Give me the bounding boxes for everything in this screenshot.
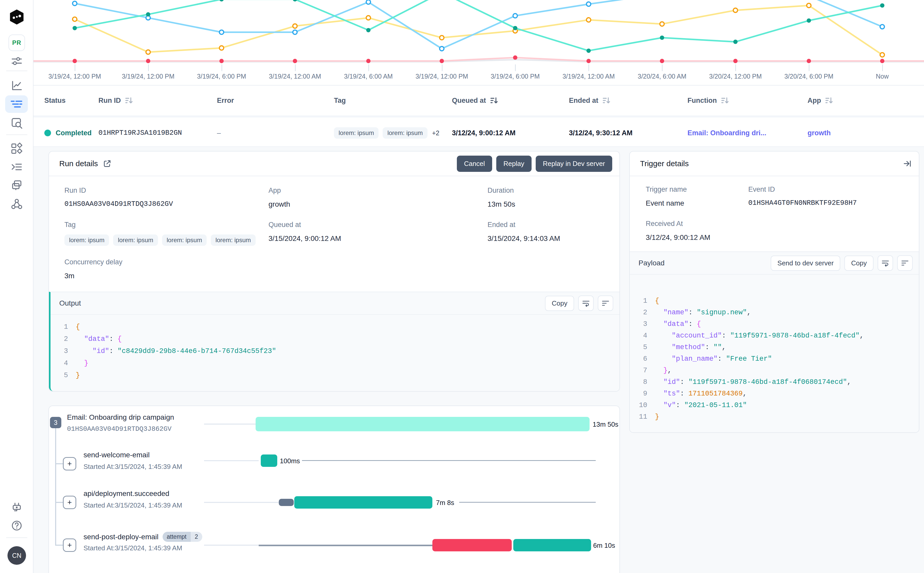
axis-tick-label: 3/19/24, 12:00 PM <box>36 73 113 80</box>
tag-chip: lorem: ipsum <box>334 127 379 139</box>
trigger-details-card: Trigger details Trigger name Event name … <box>629 151 919 433</box>
send-to-dev-server-button[interactable]: Send to dev server <box>771 255 840 271</box>
code-token: { <box>76 323 80 331</box>
column-header-run-id[interactable]: Run ID <box>99 86 133 116</box>
format-code-button[interactable] <box>897 255 913 271</box>
code-token: "" <box>714 343 722 351</box>
column-header-ended-at[interactable]: Ended at <box>569 86 611 116</box>
code-line: 9 "ts": 1711051784369, <box>638 388 919 399</box>
code-token: "v" <box>663 401 676 409</box>
collapse-panel-icon[interactable] <box>903 159 911 168</box>
replay-dev-server-button[interactable]: Replay in Dev server <box>536 156 612 172</box>
code-token: "account_id" <box>672 332 722 340</box>
external-link-icon[interactable] <box>103 160 111 168</box>
copy-output-button[interactable]: Copy <box>545 296 574 311</box>
chart-point-amber <box>219 46 224 50</box>
trace-span-bar <box>279 499 294 506</box>
payload-section: Payload Send to dev server Copy 1{2 "nam… <box>630 252 919 432</box>
code-token <box>655 390 663 398</box>
sidebar-item-env-filter[interactable] <box>0 55 33 67</box>
chart-point-rose <box>146 59 150 63</box>
sidebar-item-onboarding[interactable] <box>0 161 33 173</box>
wrap-text-button[interactable] <box>578 296 594 311</box>
inngest-logo[interactable] <box>0 9 33 25</box>
sidebar-item-environments[interactable] <box>0 179 33 191</box>
span-duration-label: 7m 8s <box>436 499 454 507</box>
field-label: Concurrency delay <box>64 258 268 266</box>
sidebar-divider <box>6 135 27 135</box>
column-header-error: Error <box>217 86 234 116</box>
terminal-icon <box>10 161 23 174</box>
sidebar-item-runs-active[interactable] <box>5 96 28 113</box>
sort-icon[interactable] <box>720 96 729 105</box>
hexagon-logo-icon <box>9 9 25 25</box>
function-link[interactable]: Email: Onboarding dri... <box>688 119 766 146</box>
app-link[interactable]: growth <box>808 119 831 146</box>
code-token <box>655 378 663 386</box>
environment-badge[interactable]: PR <box>0 34 33 51</box>
code-token <box>655 308 663 316</box>
chart-line-amber <box>75 5 882 55</box>
step-subtitle: Started At:3/15/2024, 1:45:39 AM <box>83 463 182 471</box>
sort-icon[interactable] <box>825 96 833 105</box>
tag-chips: lorem: ipsumlorem: ipsum <box>334 127 428 139</box>
cancel-button[interactable]: Cancel <box>457 156 492 172</box>
align-left-icon <box>901 259 909 267</box>
step-name-text: send-welcome-email <box>83 451 150 459</box>
field-label: App <box>268 186 487 194</box>
expand-step-button[interactable]: + <box>63 539 76 552</box>
run-timeline-card: 3Email: Onboarding drip campaign01HS0AA0… <box>49 405 620 573</box>
column-header-label: Run ID <box>99 97 121 105</box>
sort-icon[interactable] <box>602 96 611 105</box>
axis-tick <box>809 64 809 71</box>
chart-point-teal <box>293 0 297 2</box>
axis-tick <box>515 64 515 71</box>
sort-icon[interactable] <box>490 96 498 105</box>
trace-span-bar <box>261 454 277 467</box>
code-line: 7 }, <box>638 365 919 376</box>
sidebar-item-metrics[interactable] <box>0 79 33 92</box>
code-line: 2 "data": { <box>59 333 619 345</box>
line-number: 4 <box>59 357 68 369</box>
app-link[interactable]: growth <box>268 200 487 208</box>
line-number: 7 <box>638 365 647 376</box>
sidebar-item-log-search[interactable] <box>0 117 33 129</box>
chart-point-amber <box>440 36 444 40</box>
expand-step-button[interactable]: + <box>63 457 76 470</box>
code-token: { <box>117 335 122 343</box>
code-token <box>76 335 84 343</box>
expand-step-button[interactable]: + <box>63 496 76 509</box>
sidebar-item-webhooks[interactable] <box>0 197 33 211</box>
code-token: : <box>722 332 730 340</box>
format-code-button[interactable] <box>598 296 613 311</box>
replay-button[interactable]: Replay <box>496 156 532 172</box>
copy-payload-button[interactable]: Copy <box>844 255 874 271</box>
span-duration-label: 100ms <box>280 457 300 465</box>
runs-overview: 3/19/24, 12:00 PM3/19/24, 12:00 PM3/19/2… <box>0 0 924 147</box>
code-token: "data" <box>84 335 109 343</box>
run-detail-workspace: Run details Cancel Replay Replay in Dev … <box>0 147 924 573</box>
sort-icon[interactable] <box>124 96 133 105</box>
sidebar-item-help[interactable] <box>0 520 33 532</box>
axis-tick-label: 3/19/24, 12:00 PM <box>403 73 481 80</box>
wrap-text-button[interactable] <box>878 255 893 271</box>
table-row[interactable]: Completed 01HRPT19RJSA1019B2GN – lorem: … <box>0 119 924 147</box>
chart-point-teal <box>73 26 77 30</box>
sidebar-item-dev-server[interactable] <box>0 501 33 515</box>
column-header-function[interactable]: Function <box>688 86 729 116</box>
user-menu[interactable]: CN <box>0 546 33 565</box>
column-header-label: Tag <box>334 97 346 105</box>
step-subtitle: 01HS0AA03V04D91RTDQ3J862GV <box>67 425 172 433</box>
chart-point-sky <box>366 0 371 4</box>
plug-icon <box>10 501 23 515</box>
chart-point-teal <box>733 40 738 44</box>
trigger-details-title: Trigger details <box>640 159 689 168</box>
trace-connector-line <box>204 545 259 546</box>
concurrency-delay-value: 3m <box>64 272 268 280</box>
column-header-label: App <box>808 97 821 105</box>
column-header-app[interactable]: App <box>808 86 833 116</box>
trace-connector-line <box>259 545 432 546</box>
column-header-queued-at[interactable]: Queued at <box>452 86 498 116</box>
payload-title: Payload <box>639 259 664 267</box>
sidebar-item-apps[interactable] <box>0 142 33 155</box>
